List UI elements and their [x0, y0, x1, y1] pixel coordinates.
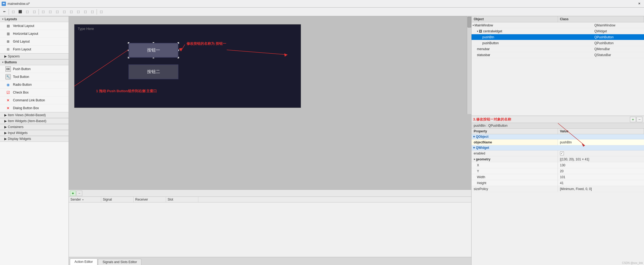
enabled-value[interactable]: ✓ [558, 150, 644, 156]
canvas-button-1[interactable]: 按钮一 [128, 43, 178, 58]
tree-row-pushbutton[interactable]: pushButton QPushButton [472, 40, 644, 46]
toolbar-sep-2 [39, 9, 39, 15]
canvas-design-area: Type Here 按钮一 [69, 16, 471, 190]
objectname-property: objectName [472, 139, 558, 145]
containers-section[interactable]: ▶ Containers [0, 124, 69, 130]
qobject-section[interactable]: ▾ QObject [472, 134, 644, 139]
toolbar-btn-1[interactable]: ⬚ [10, 9, 16, 15]
property-row-geometry: ▾ geometry [(130, 20), 101 × 41] [472, 156, 644, 162]
sidebar-item-tool-button[interactable]: 🔧 Tool Button [0, 73, 69, 81]
toolbar-btn-13[interactable]: ⬚ [98, 9, 104, 15]
class-column-header: Class [558, 16, 644, 22]
toolbar-btn-4[interactable]: ⬚ [31, 9, 38, 15]
qobject-label: QObject [476, 135, 489, 139]
grid-layout-icon: ⊞ [5, 39, 11, 44]
annotation-drag-instruction: 1 拖动 Push Button组件到右侧 主窗口 [96, 89, 157, 94]
sidebar-item-radio-button[interactable]: ◉ Radio Button [0, 81, 69, 89]
objectname-value[interactable]: pushBtn [558, 139, 644, 145]
property-editor: 3.修改按钮一对象的名称 + − pushBtn : QPushButton P… [472, 116, 644, 265]
pushbtn-name: pushBtn [482, 35, 594, 39]
layouts-section-header[interactable]: ▾ Layouts [0, 16, 69, 22]
bottom-panel-toolbar: + − [69, 190, 471, 197]
sidebar-item-grid-layout[interactable]: ⊞ Grid Layout [0, 38, 69, 46]
geometry-property: ▾ geometry [472, 156, 558, 162]
toolbar-btn-7[interactable]: ⬚ [54, 9, 60, 15]
title-bar-controls: ✕ [636, 1, 642, 7]
input-widgets-label: Input Widgets [8, 131, 28, 135]
property-add-button[interactable]: + [630, 117, 636, 122]
property-remove-button[interactable]: − [636, 117, 642, 122]
centralwidget-class: QWidget [594, 29, 643, 33]
mainwindow-toggle[interactable]: ▾ [473, 24, 474, 27]
x-value[interactable]: 130 [558, 162, 644, 168]
tree-row-pushbtn[interactable]: pushBtn QPushButton [472, 34, 644, 40]
statusbar-name: statusbar [477, 53, 594, 57]
geometry-toggle-arrow[interactable]: ▾ [474, 158, 475, 161]
object-column-header: Object [472, 16, 558, 22]
check-box-icon: ☑ [5, 90, 11, 95]
height-value[interactable]: 41 [558, 180, 644, 186]
toolbar-sep-3 [97, 9, 97, 15]
radio-button-icon: ◉ [5, 82, 11, 87]
scrollbar-thumb[interactable] [467, 17, 471, 27]
toolbar-btn-11[interactable]: ⬚ [82, 9, 89, 15]
sidebar-item-horizontal-layout[interactable]: ▥ Horizontal Layout [0, 30, 69, 38]
input-widgets-section[interactable]: ▶ Input Widgets [0, 130, 69, 136]
x-property: X [472, 162, 558, 168]
connection-table-body [69, 202, 471, 257]
display-widgets-section[interactable]: ▶ Display Widgets [0, 136, 69, 142]
y-value[interactable]: 20 [558, 168, 644, 174]
toolbar-btn-6[interactable]: ⬚ [47, 9, 53, 15]
sidebar-item-dialog-button-box[interactable]: ✕ Dialog Button Box [0, 104, 69, 112]
grid-layout-label: Grid Layout [13, 40, 30, 43]
tool-button-label: Tool Button [13, 75, 29, 79]
toolbar-btn-edit[interactable]: ✏ [1, 9, 8, 15]
remove-connection-button[interactable]: − [76, 191, 82, 196]
tab-action-editor[interactable]: Action Editor [70, 259, 97, 265]
vertical-layout-icon: ▤ [5, 23, 11, 29]
tab-signals-slots-editor[interactable]: Signals and Slots Editor [98, 259, 141, 265]
dialog-button-icon: ✕ [5, 105, 11, 111]
tree-row-mainwindow[interactable]: ▾ MainWindow QMainWindow [472, 22, 644, 28]
toolbar-btn-3[interactable]: ⬚ [24, 9, 30, 15]
sidebar-item-command-link-button[interactable]: ✕ Command Link Button [0, 97, 69, 104]
canvas-button-2[interactable]: 按钮二 [128, 64, 178, 79]
toolbar-sep-1 [9, 9, 9, 15]
toolbar-btn-8[interactable]: ⬚ [61, 9, 67, 15]
toolbar-btn-9[interactable]: ⬚ [68, 9, 74, 15]
tree-row-menubar[interactable]: menubar QMenuBar [472, 46, 644, 52]
annotation-btn1-name: 修改按钮的名称为 按钮一 [187, 41, 226, 46]
menubar-name: menubar [477, 47, 594, 51]
sidebar-item-vertical-layout[interactable]: ▤ Vertical Layout [0, 22, 69, 30]
item-views-section[interactable]: ▶ Item Views (Model-Based) [0, 112, 69, 118]
canvas-vertical-scrollbar[interactable] [467, 16, 471, 114]
form-layout-icon: ⊟ [5, 47, 11, 52]
centralwidget-toggle[interactable]: ▾ [477, 30, 478, 33]
tree-row-centralwidget[interactable]: ▾ 🖼 centralwidget QWidget [472, 28, 644, 34]
widget-sidebar: ▾ Layouts ▤ Vertical Layout ▥ Horizontal… [0, 16, 69, 265]
main-area: ▾ Layouts ▤ Vertical Layout ▥ Horizontal… [0, 16, 644, 265]
tree-row-statusbar[interactable]: statusbar QStatusBar [472, 52, 644, 58]
toolbar-btn-12[interactable]: ⬚ [89, 9, 96, 15]
width-value[interactable]: 101 [558, 174, 644, 180]
slot-header: Slot [166, 197, 198, 202]
window-close-button[interactable]: ✕ [636, 1, 642, 7]
toolbar-btn-10[interactable]: ⬚ [75, 9, 82, 15]
enabled-checkbox[interactable]: ✓ [560, 152, 564, 155]
qwidget-section[interactable]: ▾ QWidget [472, 145, 644, 150]
add-connection-button[interactable]: + [70, 191, 76, 196]
sidebar-item-push-button[interactable]: OK Push Button [0, 65, 69, 73]
vertical-layout-label: Vertical Layout [13, 24, 34, 28]
spacers-section-header[interactable]: ▶ Spacers [0, 53, 69, 59]
property-header-row: Property Value [472, 129, 644, 134]
bottom-tab-bar: Action Editor Signals and Slots Editor [69, 257, 471, 265]
buttons-section-header[interactable]: ▾ Buttons [0, 59, 69, 65]
main-window-canvas[interactable]: Type Here 按钮一 [74, 24, 301, 108]
toolbar-btn-2[interactable]: ⬛ [17, 9, 23, 15]
item-widgets-section[interactable]: ▶ Item Widgets (Item-Based) [0, 118, 69, 124]
sidebar-item-check-box[interactable]: ☑ Check Box [0, 89, 69, 97]
centralwidget-icon: 🖼 [479, 29, 482, 33]
sidebar-item-form-layout[interactable]: ⊟ Form Layout [0, 46, 69, 53]
toolbar-btn-5[interactable]: ⬚ [40, 9, 46, 15]
push-button-icon: OK [5, 66, 11, 72]
